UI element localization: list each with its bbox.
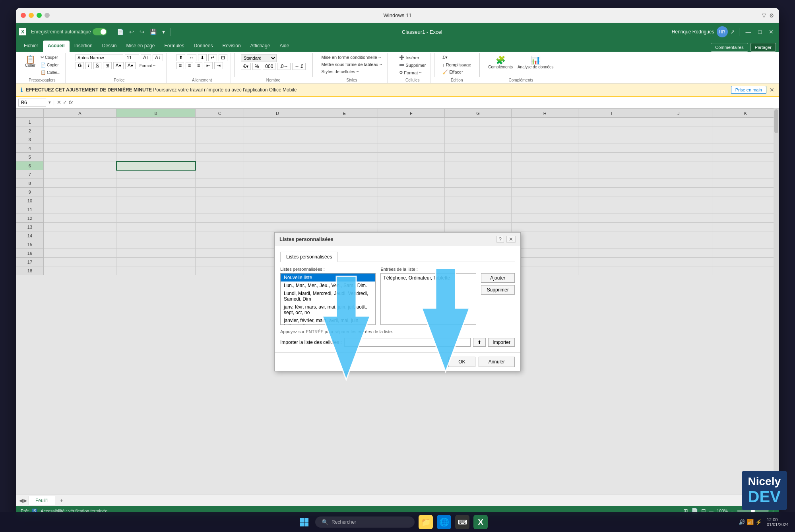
currency-btn[interactable]: €▾	[241, 63, 251, 70]
close-dot[interactable]	[21, 13, 26, 18]
zoom-slider[interactable]	[737, 510, 769, 512]
bold-btn[interactable]: G	[76, 62, 84, 69]
prise-en-main-button[interactable]: Prise en main	[731, 86, 766, 94]
share-icon[interactable]: ↗	[730, 29, 735, 35]
formula-input[interactable]	[75, 100, 777, 105]
supprimer-btn[interactable]: ➖Supprimer	[398, 62, 427, 68]
decrease-font-btn[interactable]: A↓	[153, 54, 163, 61]
increase-decimal-btn[interactable]: .0→	[277, 63, 291, 70]
tab-donnees[interactable]: Données	[189, 41, 217, 52]
tab-revision[interactable]: Révision	[218, 41, 246, 52]
tab-mise-en-page[interactable]: Mise en page	[121, 41, 159, 52]
supprimer-button[interactable]: Supprimer	[481, 285, 515, 295]
info-close-button[interactable]: ✕	[770, 87, 774, 93]
close-btn[interactable]: ✕	[766, 29, 776, 35]
couper-button[interactable]: ✂Couper	[39, 54, 62, 61]
list-item-days-long[interactable]: Lundi, Mardi, Mercredi, Jeudi, Vendredi,…	[281, 289, 375, 303]
indent-left-btn[interactable]: ⇤	[204, 62, 213, 69]
font-size-input[interactable]	[125, 54, 139, 61]
fill-btn[interactable]: ↓ Remplissage	[441, 62, 473, 68]
clear-btn[interactable]: 🧹 Effacer	[441, 69, 465, 76]
complements-button[interactable]: 🧩 Compléments	[486, 54, 515, 70]
wrap-btn[interactable]: ↵	[208, 54, 217, 61]
restore-btn[interactable]: □	[756, 29, 764, 35]
tab-aide[interactable]: Aide	[275, 41, 294, 52]
table-format-btn[interactable]: Mettre sous forme de tableau ~	[320, 61, 384, 68]
add-sheet-button[interactable]: +	[57, 496, 66, 505]
merge-btn[interactable]: ⊡	[219, 54, 227, 61]
tab-insertion[interactable]: Insertion	[70, 41, 97, 52]
autosave-toggle[interactable]	[93, 28, 107, 35]
decrease-decimal-btn[interactable]: ←.0	[292, 63, 306, 70]
more-qa-icon[interactable]: ▾	[161, 28, 167, 36]
prev-sheet-btn[interactable]: ◀	[19, 498, 23, 503]
percent-btn[interactable]: %	[252, 63, 262, 70]
import-cells-input[interactable]	[344, 338, 471, 347]
new-file-icon[interactable]: 📄	[115, 28, 125, 36]
border-btn[interactable]: ⊞	[103, 62, 112, 69]
coller-special-button[interactable]: 📋Coller...	[39, 69, 62, 76]
file-explorer-btn[interactable]: 📁	[419, 515, 433, 529]
tab-affichage[interactable]: Affichage	[246, 41, 275, 52]
align-right-btn[interactable]: ≡	[195, 62, 202, 69]
ok-button[interactable]: OK	[448, 357, 475, 367]
list-item-months-long[interactable]: janvier, février, mars, avril, mai, juin…	[281, 316, 375, 325]
font-color-btn[interactable]: A▾	[125, 62, 136, 69]
dialog-tab-listes[interactable]: Listes personnalisées	[280, 252, 338, 262]
maximize-dot[interactable]	[37, 13, 42, 18]
filter-icon[interactable]: ▽	[762, 12, 766, 18]
tab-dessin[interactable]: Dessin	[97, 41, 122, 52]
edge-btn[interactable]: 🌐	[437, 515, 451, 529]
align-left-btn[interactable]: ≡	[176, 62, 184, 69]
custom-lists-box[interactable]: Nouvelle liste Lun., Mar., Mer., Jeu., V…	[280, 273, 376, 325]
settings-icon[interactable]: ⚙	[769, 12, 774, 19]
tab-formules[interactable]: Formules	[159, 41, 189, 52]
underline-btn[interactable]: S	[93, 62, 101, 69]
sheet-tab-feuil1[interactable]: Feuil1	[29, 496, 55, 505]
excel-taskbar-btn[interactable]: X	[473, 515, 488, 529]
list-item-nouvelle[interactable]: Nouvelle liste	[281, 274, 375, 282]
formula-expand-icon[interactable]: ▾	[48, 100, 51, 105]
share-button[interactable]: Partager	[750, 43, 776, 52]
list-item-months-short[interactable]: janv, févr, mars, avr, mai, juin, juil, …	[281, 303, 375, 316]
minimize-dot[interactable]	[29, 13, 34, 18]
conditional-format-btn[interactable]: Mise en forme conditionnelle ~	[320, 54, 383, 60]
formula-cancel-icon[interactable]: ✕	[57, 99, 61, 105]
tab-accueil[interactable]: Accueil	[43, 41, 70, 52]
font-name-input[interactable]	[76, 54, 123, 61]
formula-fx-icon[interactable]: fx	[69, 99, 73, 105]
dialog-close-btn[interactable]: ✕	[506, 236, 516, 243]
cell-styles-btn[interactable]: Styles de cellules ~	[320, 68, 361, 75]
align-middle-btn[interactable]: ↔	[187, 54, 196, 61]
dialog-help-btn[interactable]: ?	[496, 236, 504, 243]
avatar[interactable]: HR	[717, 26, 728, 37]
indent-right-btn[interactable]: ⇥	[214, 62, 223, 69]
somme-btn[interactable]: Σ▾	[441, 54, 449, 61]
undo-icon[interactable]: ↩	[128, 28, 136, 36]
ajouter-button[interactable]: Ajouter	[481, 273, 515, 283]
formula-confirm-icon[interactable]: ✓	[63, 99, 67, 105]
cell-reference-input[interactable]	[18, 99, 46, 107]
italic-btn[interactable]: I	[85, 62, 91, 69]
inserer-btn[interactable]: ➕Insérer	[398, 54, 421, 61]
fill-color-btn[interactable]: A▾	[113, 62, 124, 69]
number-format-select[interactable]: Standard	[241, 54, 277, 62]
increase-font-btn[interactable]: A↑	[141, 54, 151, 61]
taskbar-search[interactable]: 🔍 Rechercher	[315, 516, 415, 528]
minimize-btn[interactable]: —	[743, 29, 754, 35]
importer-button[interactable]: Importer	[488, 338, 515, 347]
next-sheet-btn[interactable]: ▶	[23, 498, 27, 503]
thousands-btn[interactable]: 000	[263, 63, 275, 70]
analyse-button[interactable]: 📊 Analyse de données	[516, 54, 556, 70]
entries-textarea[interactable]: Téléphone, Ordinateur, Tablette	[380, 273, 476, 325]
format-btn-ribbon[interactable]: ⚙Format ~	[398, 69, 423, 76]
align-top-btn[interactable]: ⬆	[176, 54, 185, 61]
align-center-btn[interactable]: ≡	[186, 62, 193, 69]
save-icon[interactable]: 💾	[148, 28, 158, 36]
list-item-days-short[interactable]: Lun., Mar., Mer., Jeu., Ven., Sam., Dim.	[281, 282, 375, 289]
import-collapse-btn[interactable]: ⬆	[473, 338, 486, 347]
comments-button[interactable]: Commentaires	[711, 43, 748, 52]
align-bottom-btn[interactable]: ⬇	[198, 54, 207, 61]
coller-button[interactable]: 📋 Coller	[22, 54, 38, 69]
tab-fichier[interactable]: Fichier	[19, 41, 43, 52]
